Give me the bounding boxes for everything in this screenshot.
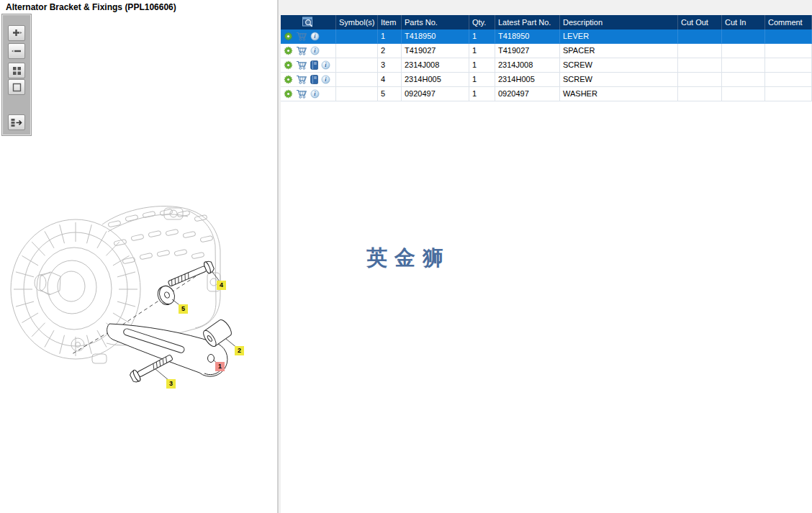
cart-icon[interactable] (296, 75, 307, 84)
table-panel-top-strip (279, 0, 812, 15)
header-cell-comment[interactable]: Comment (765, 15, 812, 29)
info-icon[interactable]: i (310, 46, 320, 55)
cell-cut_out[interactable] (678, 87, 722, 101)
cell-latest_part_no[interactable]: 2314J008 (495, 58, 560, 73)
gear-icon[interactable] (284, 89, 293, 99)
callout-4[interactable]: 4 (217, 281, 226, 290)
cell-parts_no[interactable]: 2314H005 (402, 73, 469, 87)
header-cell-parts_no[interactable]: Parts No. (402, 15, 469, 29)
header-cell-item[interactable]: Item (378, 15, 402, 29)
table-row-4[interactable]: i42314H00512314H005SCREW (281, 73, 812, 87)
header-cell-qty[interactable]: Qty. (469, 15, 495, 29)
cart-icon[interactable] (296, 89, 307, 99)
cell-comment[interactable] (765, 44, 812, 58)
book-icon[interactable] (310, 75, 318, 84)
cell-description[interactable]: SCREW (560, 58, 678, 73)
table-header: Symbol(s)ItemParts No.Qty.Latest Part No… (281, 15, 812, 29)
gear-icon[interactable] (284, 32, 293, 41)
book-icon[interactable] (310, 60, 318, 70)
row-icons: i (281, 58, 336, 73)
cell-cut_out[interactable] (678, 58, 722, 73)
table-row-2[interactable]: i2T4190271T419027SPACER (281, 44, 812, 58)
cell-parts_no[interactable]: T419027 (402, 44, 469, 58)
exploded-view-drawing (0, 0, 277, 513)
callout-5[interactable]: 5 (179, 304, 188, 314)
cell-latest_part_no[interactable]: 0920497 (495, 87, 560, 101)
cell-cut_out[interactable] (678, 29, 722, 44)
gear-icon[interactable] (284, 75, 293, 84)
cell-item[interactable]: 2 (378, 44, 402, 58)
cell-cut_in[interactable] (722, 73, 765, 87)
cell-symbols[interactable] (336, 29, 378, 44)
info-icon[interactable]: i (310, 89, 320, 99)
cell-symbols[interactable] (336, 87, 378, 101)
cell-description[interactable]: WASHER (560, 87, 678, 101)
cart-icon[interactable] (296, 46, 307, 55)
cell-cut_in[interactable] (722, 58, 765, 73)
parts-diagram[interactable]: 45213 (0, 0, 277, 513)
cell-cut_in[interactable] (722, 87, 765, 101)
gear-icon[interactable] (284, 46, 293, 55)
header-cell-description[interactable]: Description (560, 15, 678, 29)
header-cell-latest_part_no[interactable]: Latest Part No. (495, 15, 560, 29)
row-icons: i (281, 73, 336, 87)
cell-cut_out[interactable] (678, 44, 722, 58)
cell-qty[interactable]: 1 (469, 87, 495, 101)
header-cell-cut_in[interactable]: Cut In (722, 15, 765, 29)
cell-qty[interactable]: 1 (469, 29, 495, 44)
cell-item[interactable]: 1 (378, 29, 402, 44)
cell-item[interactable]: 4 (378, 73, 402, 87)
cell-qty[interactable]: 1 (469, 58, 495, 73)
cell-latest_part_no[interactable]: T418950 (495, 29, 560, 44)
row-icons: i (281, 87, 336, 101)
cell-cut_out[interactable] (678, 73, 722, 87)
cell-cut_in[interactable] (722, 44, 765, 58)
info-icon[interactable]: i (310, 32, 320, 41)
part-washer-5-drawing[interactable] (155, 283, 177, 307)
cell-latest_part_no[interactable]: 2314H005 (495, 73, 560, 87)
watermark-text: 英金狮 (366, 244, 451, 273)
cell-comment[interactable] (765, 58, 812, 73)
parts-table: Symbol(s)ItemParts No.Qty.Latest Part No… (281, 15, 812, 101)
callout-3[interactable]: 3 (166, 379, 176, 389)
table-row-5[interactable]: i5092049710920497WASHER (281, 87, 812, 101)
cell-item[interactable]: 5 (378, 87, 402, 101)
cart-icon[interactable] (296, 32, 307, 41)
cell-qty[interactable]: 1 (469, 44, 495, 58)
cell-description[interactable]: SCREW (560, 73, 678, 87)
cell-description[interactable]: SPACER (560, 44, 678, 58)
header-cell-symbols[interactable]: Symbol(s) (336, 15, 378, 29)
info-icon[interactable]: i (321, 75, 330, 84)
callout-1-selected[interactable]: 1 (215, 362, 225, 371)
cell-symbols[interactable] (336, 73, 378, 87)
row-icons: i (281, 29, 336, 44)
cell-parts_no[interactable]: 0920497 (402, 87, 469, 101)
header-cell-cut_out[interactable]: Cut Out (678, 15, 722, 29)
table-row-3[interactable]: i32314J00812314J008SCREW (281, 58, 812, 73)
cell-latest_part_no[interactable]: T419027 (495, 44, 560, 58)
cell-qty[interactable]: 1 (469, 73, 495, 87)
cell-parts_no[interactable]: T418950 (402, 29, 469, 44)
cell-comment[interactable] (765, 73, 812, 87)
table-row-1[interactable]: i1T4189501T418950LEVER (281, 29, 812, 44)
cart-icon[interactable] (296, 60, 307, 70)
row-icons: i (281, 44, 336, 58)
cell-parts_no[interactable]: 2314J008 (402, 58, 469, 73)
info-icon[interactable]: i (321, 60, 330, 70)
callout-2[interactable]: 2 (235, 346, 244, 355)
cell-item[interactable]: 3 (378, 58, 402, 73)
cell-symbols[interactable] (336, 58, 378, 73)
cell-description[interactable]: LEVER (560, 29, 678, 44)
panel-divider[interactable] (277, 0, 279, 513)
cell-comment[interactable] (765, 87, 812, 101)
gear-icon[interactable] (284, 60, 293, 70)
cell-comment[interactable] (765, 29, 812, 44)
cell-cut_in[interactable] (722, 29, 765, 44)
cell-symbols[interactable] (336, 44, 378, 58)
header-cell-icons[interactable] (281, 15, 336, 29)
preview-search-icon (302, 17, 315, 28)
table-body: i1T4189501T418950LEVERi2T4190271T419027S… (281, 29, 812, 101)
